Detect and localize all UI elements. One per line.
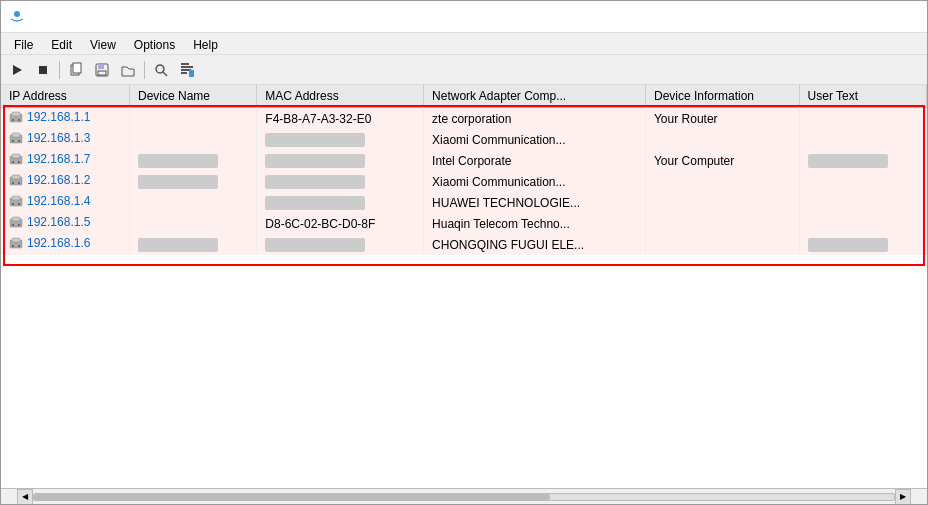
copy-html-button[interactable] <box>64 59 88 81</box>
window-controls <box>839 7 919 27</box>
cell-user-text <box>799 150 926 171</box>
save-button[interactable] <box>90 59 114 81</box>
open-button[interactable] <box>116 59 140 81</box>
cell-device-name <box>130 108 257 130</box>
svg-rect-7 <box>98 71 106 75</box>
menu-edit[interactable]: Edit <box>42 35 81 52</box>
cell-adapter: Huaqin Telecom Techno... <box>424 213 646 234</box>
table-row[interactable]: 192.168.1.6 CHONGQING FUGUI ELE... <box>1 234 927 255</box>
svg-rect-28 <box>12 175 20 179</box>
table-row[interactable]: 192.168.1.5 D8-6C-02-BC-D0-8FHuaqin Tele… <box>1 213 927 234</box>
scrollbar-track[interactable] <box>33 493 895 501</box>
cell-device-info <box>645 192 799 213</box>
col-device-name[interactable]: Device Name <box>130 85 257 108</box>
svg-rect-32 <box>12 196 20 200</box>
cell-adapter: HUAWEI TECHNOLOGIE... <box>424 192 646 213</box>
cell-user-text <box>799 234 926 255</box>
col-ip[interactable]: IP Address <box>1 85 130 108</box>
cell-mac <box>257 150 424 171</box>
cell-ip: 192.168.1.6 <box>1 234 130 255</box>
cell-ip: 192.168.1.1 <box>1 108 130 130</box>
horizontal-scrollbar[interactable]: ◀ ▶ <box>1 488 927 504</box>
title-bar-left <box>9 9 31 25</box>
cell-device-name <box>130 150 257 171</box>
cell-device-name <box>130 213 257 234</box>
cell-ip: 192.168.1.3 <box>1 129 130 150</box>
report-button[interactable] <box>175 59 199 81</box>
main-content: IP Address Device Name MAC Address Netwo… <box>1 85 927 504</box>
title-bar <box>1 1 927 33</box>
svg-point-33 <box>12 203 14 205</box>
table-header: IP Address Device Name MAC Address Netwo… <box>1 85 927 108</box>
svg-rect-6 <box>98 64 104 69</box>
table-row[interactable]: 192.168.1.1 F4-B8-A7-A3-32-E0zte corpora… <box>1 108 927 130</box>
cell-device-info <box>645 129 799 150</box>
svg-rect-10 <box>181 63 189 65</box>
network-table: IP Address Device Name MAC Address Netwo… <box>1 85 927 255</box>
table-row[interactable]: 192.168.1.7 Intel CorporateYour Computer <box>1 150 927 171</box>
cell-device-info <box>645 213 799 234</box>
cell-mac <box>257 129 424 150</box>
svg-rect-36 <box>12 217 20 221</box>
svg-rect-13 <box>181 72 187 74</box>
svg-marker-1 <box>13 65 22 75</box>
svg-rect-20 <box>12 133 20 137</box>
svg-point-37 <box>12 224 14 226</box>
cell-device-name <box>130 192 257 213</box>
cell-user-text <box>799 129 926 150</box>
scroll-left-button[interactable]: ◀ <box>17 489 33 505</box>
col-adapter[interactable]: Network Adapter Comp... <box>424 85 646 108</box>
svg-point-38 <box>18 224 20 226</box>
cell-ip: 192.168.1.7 <box>1 150 130 171</box>
menu-help[interactable]: Help <box>184 35 227 52</box>
cell-user-text <box>799 108 926 130</box>
svg-point-41 <box>12 245 14 247</box>
app-icon <box>9 9 25 25</box>
cell-mac <box>257 192 424 213</box>
cell-adapter: Xiaomi Communication... <box>424 171 646 192</box>
table-row[interactable]: 192.168.1.4 HUAWEI TECHNOLOGIE... <box>1 192 927 213</box>
cell-adapter: CHONGQING FUGUI ELE... <box>424 234 646 255</box>
cell-device-info: Your Router <box>645 108 799 130</box>
cell-ip: 192.168.1.4 <box>1 192 130 213</box>
svg-point-42 <box>18 245 20 247</box>
svg-point-26 <box>18 161 20 163</box>
svg-marker-14 <box>189 70 194 77</box>
maximize-button[interactable] <box>867 7 891 27</box>
cell-adapter: Intel Corporate <box>424 150 646 171</box>
cell-user-text <box>799 192 926 213</box>
search-button[interactable] <box>149 59 173 81</box>
menu-file[interactable]: File <box>5 35 42 52</box>
col-device-info[interactable]: Device Information <box>645 85 799 108</box>
svg-rect-24 <box>12 154 20 158</box>
svg-point-18 <box>18 119 20 121</box>
svg-point-8 <box>156 65 164 73</box>
svg-rect-11 <box>181 66 193 68</box>
stop-button[interactable] <box>31 59 55 81</box>
scrollbar-thumb[interactable] <box>34 494 550 500</box>
svg-point-22 <box>18 140 20 142</box>
svg-rect-4 <box>73 63 81 73</box>
toolbar-separator-2 <box>144 61 145 79</box>
table-row[interactable]: 192.168.1.2 Xiaomi Communication... <box>1 171 927 192</box>
col-mac[interactable]: MAC Address <box>257 85 424 108</box>
cell-ip: 192.168.1.5 <box>1 213 130 234</box>
cell-mac: F4-B8-A7-A3-32-E0 <box>257 108 424 130</box>
col-user-text[interactable]: User Text <box>799 85 926 108</box>
menu-view[interactable]: View <box>81 35 125 52</box>
svg-rect-2 <box>39 66 47 74</box>
minimize-button[interactable] <box>839 7 863 27</box>
svg-point-29 <box>12 182 14 184</box>
scroll-right-button[interactable]: ▶ <box>895 489 911 505</box>
table-container[interactable]: IP Address Device Name MAC Address Netwo… <box>1 85 927 488</box>
cell-device-name <box>130 171 257 192</box>
table-row[interactable]: 192.168.1.3 Xiaomi Communication... <box>1 129 927 150</box>
toolbar <box>1 55 927 85</box>
close-button[interactable] <box>895 7 919 27</box>
cell-device-name <box>130 129 257 150</box>
menu-bar: File Edit View Options Help <box>1 33 927 55</box>
cell-adapter: Xiaomi Communication... <box>424 129 646 150</box>
menu-options[interactable]: Options <box>125 35 184 52</box>
cell-device-info <box>645 234 799 255</box>
play-button[interactable] <box>5 59 29 81</box>
